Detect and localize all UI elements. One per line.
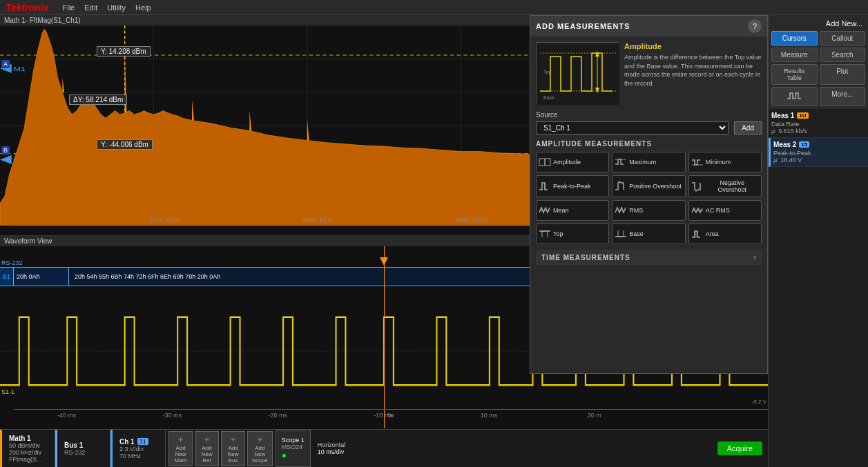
top-icon (539, 228, 551, 240)
menu-help[interactable]: Help (135, 3, 151, 12)
scope-indicator: ● (282, 450, 305, 460)
menu-file[interactable]: File (63, 3, 75, 12)
cursor-delta-label: ΔY: 58.214 dBm (69, 95, 127, 105)
measure-search-row: Measure Search (771, 48, 865, 62)
amplitude-btn[interactable]: Amplitude (536, 152, 609, 172)
add-new-math-btn[interactable]: + Add New Math (168, 431, 193, 466)
cursor-arrow-down (380, 257, 388, 266)
preview-svg: Top Base (537, 43, 619, 105)
meas1-panel: Meas 1 1U Data Rate μ: 9.615 kb/s (769, 109, 868, 138)
ch1-label: Ch 1 (119, 438, 135, 446)
source-section-label: Source (536, 111, 762, 119)
mean-btn[interactable]: Mean (536, 200, 609, 221)
right-sidebar: Add New... Cursors Callout Measure Searc… (768, 15, 868, 467)
add-new-bus-btn[interactable]: + Add New Bus (221, 431, 245, 466)
cursor-label-1: Y: 14.208 dBm (97, 46, 151, 57)
positive-overshoot-icon (615, 180, 627, 192)
waveform-icon (787, 90, 801, 101)
status-ch1[interactable]: Ch 1 31 2.3 V/div 70 MHz (110, 430, 166, 467)
amplitude-measurements-grid: Amplitude Maximum Minimum Peak-to-Peak P… (536, 152, 762, 244)
add-new-ref-btn[interactable]: + Add New Ref (195, 431, 219, 466)
meas1-title: Meas 1 1U (771, 112, 865, 119)
horizontal-label: Horizontal (318, 441, 346, 448)
area-icon (691, 228, 704, 240)
measure-btn[interactable]: Measure (771, 48, 818, 62)
base-btn[interactable]: Base (612, 223, 685, 244)
negative-overshoot-btn[interactable]: Negative Overshoot (688, 175, 762, 197)
maximum-btn[interactable]: Maximum (612, 152, 685, 172)
time-meas-label: TIME MEASUREMENTS (541, 254, 630, 261)
add-measurements-body: Top Base Amplitude Amplitude is the diff… (530, 37, 767, 270)
meas2-panel: Meas 2 15 Peak-to-Peak μ: 18.40 V (769, 138, 868, 167)
plot-btn[interactable]: Plot (820, 64, 866, 85)
cursor-label-2: Y: -44.006 dBm (97, 139, 153, 150)
status-math1[interactable]: Math 1 50 dBm/div 200 kHz/div FFtmag(S..… (0, 430, 55, 467)
peak-to-peak-btn[interactable]: Peak-to-Peak (536, 175, 609, 197)
rms-btn[interactable]: RMS (612, 200, 685, 221)
preview-description: Amplitude Amplitude is the difference be… (624, 42, 762, 104)
svg-text:M1: M1 (13, 65, 25, 72)
time-tick-5: 0s (387, 412, 394, 419)
menu-utility[interactable]: Utility (107, 3, 126, 12)
results-plot-row: Results Table Plot (771, 64, 865, 85)
source-select[interactable]: S1_Ch 1Ch 1Ch 2Math 1 (536, 121, 729, 135)
add-new-scope-btn[interactable]: + Add New Scope (247, 431, 273, 466)
add-measurement-btn[interactable]: Add (734, 121, 762, 135)
mean-icon (539, 204, 551, 217)
ac-rms-btn[interactable]: AC RMS (688, 200, 762, 221)
waveform-icon-btn[interactable] (771, 87, 818, 106)
acquire-button[interactable]: Acquire (717, 441, 762, 455)
more-btn[interactable]: More... (820, 87, 866, 106)
time-measurements-header[interactable]: TIME MEASUREMENTS › (536, 250, 762, 265)
negative-overshoot-icon (691, 180, 704, 192)
amplitude-chart-preview: Top Base (536, 42, 619, 104)
menu-bar: Tektronix File Edit Utility Help (0, 0, 868, 15)
cursor-callout-row: Cursors Callout (771, 31, 865, 46)
math1-line1: 50 dBm/div (9, 442, 48, 449)
time-tick-7: 20 m (588, 412, 601, 419)
channel-a-marker: A (1, 60, 10, 68)
math-panel-label: Math 1- FftMag(S1_Ch1) (4, 17, 81, 24)
status-bus1[interactable]: Bus 1 RS-232 (55, 430, 110, 467)
minimum-btn[interactable]: Minimum (688, 152, 762, 172)
add-new-math-label: Add New Math (175, 445, 187, 464)
add-new-buttons: + Add New Math + Add New Ref + Add New B… (166, 430, 276, 467)
bus1-line1: RS-232 (64, 449, 103, 456)
base-icon (615, 228, 627, 240)
source-row: S1_Ch 1Ch 1Ch 2Math 1 Add (536, 121, 762, 135)
math1-line2: 200 kHz/div (9, 449, 48, 456)
callout-btn[interactable]: Callout (820, 31, 866, 46)
meas2-badge: 15 (799, 141, 809, 148)
menu-edit[interactable]: Edit (84, 3, 97, 12)
search-btn[interactable]: Search (820, 48, 866, 62)
serial-main-data: 20h 54h 65h 6Bh 74h 72h 6Fh 6Eh 69h 78h … (69, 268, 561, 286)
preview-title: Amplitude (624, 42, 762, 50)
channel-b-marker: B (1, 146, 10, 155)
help-button[interactable]: ? (748, 19, 762, 33)
time-tick-6: 10 ms (481, 412, 498, 419)
time-tick-2: -30 ms (163, 412, 182, 419)
cursor-marker-0 (380, 257, 388, 266)
results-table-btn[interactable]: Results Table (771, 64, 818, 85)
add-measurements-header: ADD MEASUREMENTS ? (530, 16, 767, 37)
sidebar-add-new-title: Add New... (771, 18, 865, 29)
waveform-view-label: Waveform View (4, 237, 52, 245)
time-meas-chevron-icon: › (753, 252, 756, 262)
top-btn[interactable]: Top (536, 223, 609, 244)
cursor-vertical-0 (384, 246, 385, 428)
ac-rms-icon (691, 204, 704, 217)
svg-text:400 kHz: 400 kHz (302, 216, 334, 223)
svg-text:600 kHz: 600 kHz (456, 216, 488, 223)
area-btn[interactable]: Area (688, 223, 762, 244)
horizontal-value: 10 ms/div (318, 448, 346, 455)
svg-text:Top: Top (543, 70, 551, 75)
amplitude-section-title: AMPLITUDE MEASUREMENTS (536, 140, 762, 148)
peak-to-peak-icon (539, 180, 551, 192)
svg-marker-22 (380, 257, 388, 266)
meas2-label: Meas 2 (773, 141, 796, 148)
positive-overshoot-btn[interactable]: Positive Overshoot (612, 175, 685, 197)
meas1-measurement-label: Data Rate (771, 121, 865, 128)
cursors-btn[interactable]: Cursors (771, 31, 818, 46)
add-measurements-panel: ADD MEASUREMENTS ? Top (530, 15, 768, 374)
serial-start-chip: 20h 0Ah (14, 268, 69, 286)
